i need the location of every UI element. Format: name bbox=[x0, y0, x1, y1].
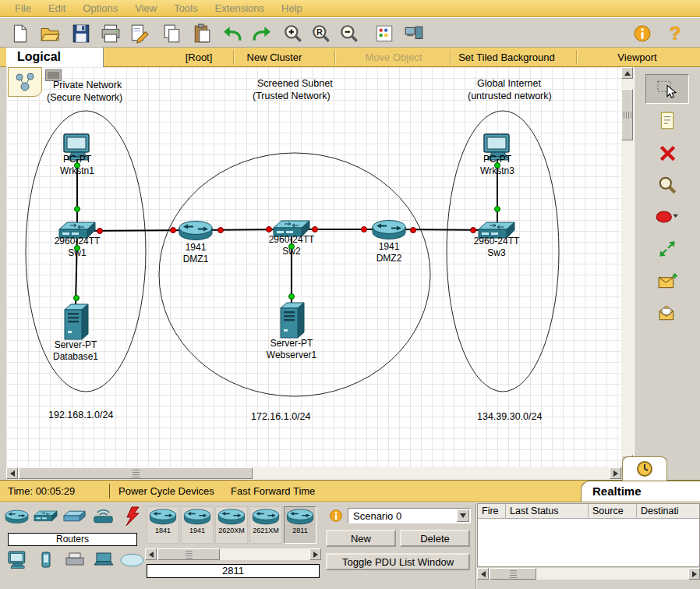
scroll-left-button[interactable] bbox=[6, 467, 18, 479]
menu-tools[interactable]: Tools bbox=[165, 1, 206, 16]
device-dmz1[interactable]: 1941 DMZ1 bbox=[179, 222, 212, 265]
category-phones-button[interactable] bbox=[33, 550, 58, 570]
menu-help[interactable]: Help bbox=[273, 1, 311, 16]
new-cluster-button[interactable]: New Cluster bbox=[212, 48, 337, 67]
pdu-col-source[interactable]: Source bbox=[589, 504, 637, 518]
save-button[interactable] bbox=[69, 22, 94, 45]
device-sw2[interactable]: 2960-24TT Sw2 bbox=[269, 221, 315, 257]
info-button[interactable] bbox=[630, 22, 655, 45]
select-tool-button[interactable] bbox=[645, 74, 689, 104]
device-wrkstn3[interactable]: PC-PT Wrkstn3 bbox=[480, 134, 514, 176]
pdu-col-fire[interactable]: Fire bbox=[478, 504, 506, 518]
zone-title-global-internet[interactable]: Global Internet bbox=[477, 78, 542, 89]
zone-subtitle-screened-subnet[interactable]: (Trusted Network) bbox=[253, 90, 331, 101]
model-scroll-thumb[interactable] bbox=[157, 548, 220, 560]
resize-shape-button[interactable] bbox=[645, 234, 689, 264]
device-webserver1[interactable]: Server-PT Webserver1 bbox=[267, 303, 317, 360]
custom-devices-button[interactable] bbox=[401, 22, 426, 45]
pdu-col-destination[interactable]: Destinati bbox=[637, 504, 699, 518]
copy-button[interactable] bbox=[160, 22, 185, 45]
pdu-scroll-left-button[interactable] bbox=[477, 568, 489, 580]
zone-title-screened-subnet[interactable]: Screened Subnet bbox=[257, 78, 333, 89]
zoom-out-button[interactable] bbox=[337, 22, 362, 45]
pdu-scroll-right-button[interactable] bbox=[688, 568, 700, 580]
viewport-button[interactable]: Viewport bbox=[581, 48, 694, 67]
model-2811[interactable]: 2811 bbox=[284, 506, 316, 544]
category-wan-emulation-button[interactable] bbox=[119, 550, 145, 570]
menu-file[interactable]: File bbox=[6, 1, 40, 16]
activity-wizard-button[interactable] bbox=[126, 22, 151, 45]
delete-scenario-button[interactable]: Delete bbox=[400, 530, 470, 547]
fast-forward-time-button[interactable]: Fast Forward Time bbox=[231, 481, 315, 502]
zone-subtitle-global-internet[interactable]: (untrusted network) bbox=[468, 90, 552, 101]
category-laptops-button[interactable] bbox=[90, 550, 116, 570]
place-note-button[interactable] bbox=[645, 106, 689, 136]
category-hubs-button[interactable] bbox=[62, 506, 87, 527]
model-2621XM[interactable]: 2621XM bbox=[249, 506, 282, 544]
background-object-icon[interactable] bbox=[45, 69, 62, 81]
pdu-list-table: Fire Last Status Source Destinati bbox=[477, 503, 700, 567]
toggle-pdu-list-button[interactable]: Toggle PDU List Window bbox=[326, 553, 470, 570]
chevron-down-icon bbox=[460, 513, 466, 518]
zone-title-private-network[interactable]: Private Network bbox=[53, 80, 122, 90]
category-end-devices-button[interactable] bbox=[4, 550, 30, 570]
category-switches-button[interactable] bbox=[33, 506, 58, 527]
print-button[interactable] bbox=[98, 22, 123, 45]
subnet-label-172-16-1-0[interactable]: 172.16.1.0/24 bbox=[251, 411, 311, 422]
power-cycle-devices-button[interactable]: Power Cycle Devices bbox=[118, 481, 214, 502]
delete-tool-button[interactable] bbox=[645, 138, 689, 168]
redo-button[interactable] bbox=[249, 22, 274, 45]
category-wireless-button[interactable] bbox=[90, 506, 116, 527]
zoom-reset-button[interactable]: R bbox=[309, 22, 334, 45]
vertical-scroll-thumb[interactable] bbox=[621, 89, 633, 140]
inspect-tool-button[interactable] bbox=[645, 170, 689, 200]
paste-button[interactable] bbox=[189, 22, 214, 45]
realtime-clock-tab[interactable] bbox=[622, 456, 667, 481]
device-database1[interactable]: Server-PT Database1 bbox=[53, 304, 98, 362]
scroll-up-button[interactable] bbox=[621, 67, 633, 79]
set-tiled-background-button[interactable]: Set Tiled Background bbox=[433, 48, 581, 67]
model-1841[interactable]: 1841 bbox=[147, 506, 179, 544]
new-scenario-button[interactable]: New bbox=[326, 530, 396, 547]
add-complex-pdu-button[interactable] bbox=[645, 298, 689, 328]
scenario-select[interactable]: Scenario 0 bbox=[348, 508, 471, 523]
device-wrkstn1[interactable]: PC-PT Wrkstn1 bbox=[60, 134, 94, 176]
category-connections-button[interactable] bbox=[119, 506, 145, 527]
resize-arrows-icon bbox=[657, 239, 677, 259]
menu-extensions[interactable]: Extensions bbox=[206, 1, 273, 16]
scenario-info-button[interactable] bbox=[329, 509, 343, 523]
pdu-scroll-thumb[interactable] bbox=[490, 568, 536, 580]
dropdown-button[interactable] bbox=[457, 509, 469, 522]
menu-view[interactable]: View bbox=[126, 1, 165, 16]
bottom-panel: Routers bbox=[0, 502, 700, 589]
device-sw3[interactable]: 2960-24TT Sw3 bbox=[474, 222, 520, 258]
draw-shape-button[interactable] bbox=[645, 202, 689, 232]
drawing-palette-button[interactable] bbox=[372, 22, 397, 45]
menu-edit[interactable]: Edit bbox=[40, 1, 74, 16]
help-button[interactable]: ? bbox=[663, 22, 688, 45]
category-routers-button[interactable] bbox=[4, 506, 30, 527]
scroll-right-button[interactable] bbox=[610, 467, 621, 479]
logical-mode-tab[interactable]: Logical bbox=[6, 48, 104, 67]
open-button[interactable] bbox=[37, 22, 62, 45]
zoom-in-button[interactable] bbox=[281, 22, 306, 45]
model-scroll-right-button[interactable] bbox=[309, 548, 321, 560]
model-1941[interactable]: 1941 bbox=[181, 506, 214, 544]
cluster-back-icon[interactable] bbox=[8, 67, 42, 97]
model-scroll-left-button[interactable] bbox=[145, 548, 157, 560]
subnet-label-134-39-30-0[interactable]: 134.39.30.0/24 bbox=[477, 411, 542, 422]
workspace-canvas[interactable]: PC-PT Wrkstn1 2960-24TT Sw1 Server-PT Da… bbox=[6, 67, 621, 467]
new-file-button[interactable] bbox=[8, 22, 33, 45]
category-printers-button[interactable] bbox=[62, 550, 87, 570]
zone-subtitle-private-network[interactable]: (Secure Network) bbox=[47, 92, 122, 103]
add-simple-pdu-button[interactable] bbox=[645, 266, 689, 296]
device-dmz2[interactable]: 1941 DMZ2 bbox=[373, 221, 405, 264]
subnet-label-192-168-1-0[interactable]: 192.168.1.0/24 bbox=[48, 410, 113, 420]
menu-options[interactable]: Options bbox=[74, 1, 126, 16]
model-2620XM[interactable]: 2620XM bbox=[215, 506, 248, 544]
horizontal-scroll-thumb[interactable] bbox=[19, 467, 253, 479]
pdu-col-last-status[interactable]: Last Status bbox=[506, 504, 589, 518]
device-sw1[interactable]: 2960-24TT Sw1 bbox=[55, 222, 101, 258]
undo-button[interactable] bbox=[221, 22, 246, 45]
realtime-mode-tab[interactable]: Realtime bbox=[581, 481, 700, 502]
